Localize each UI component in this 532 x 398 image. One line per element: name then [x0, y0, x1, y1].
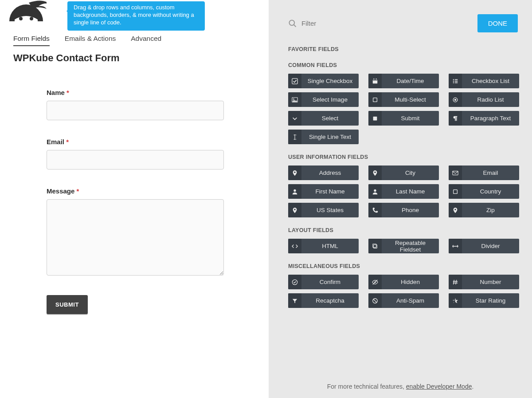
tile-date-time[interactable]: Date/Time [368, 74, 439, 88]
tile-number[interactable]: Number [449, 275, 519, 289]
tile-country[interactable]: Country [449, 184, 519, 199]
field-email[interactable]: Email * [47, 138, 224, 169]
square-icon [368, 92, 382, 107]
field-drawer: DONE FAVORITE FIELDS COMMON FIELDS Singl… [269, 0, 532, 398]
ban-icon [368, 293, 382, 308]
tile-city[interactable]: City [368, 166, 439, 180]
tile-first-name[interactable]: First Name [288, 184, 359, 199]
map-marker-icon [288, 203, 301, 217]
tab-emails-actions[interactable]: Emails & Actions [65, 35, 116, 46]
email-input[interactable] [47, 150, 224, 169]
svg-line-3 [294, 24, 296, 27]
svg-point-2 [289, 20, 295, 25]
field-name[interactable]: Name * [47, 89, 224, 120]
svg-point-19 [454, 99, 456, 100]
eye-slash-icon [368, 275, 382, 289]
map-marker-icon [288, 166, 301, 180]
name-label: Name * [47, 89, 224, 96]
image-icon [288, 92, 301, 107]
tile-anti-spam[interactable]: Anti-Spam [368, 293, 439, 308]
filter-input[interactable] [301, 20, 477, 27]
section-favorite: FAVORITE FIELDS [288, 46, 519, 52]
tile-submit[interactable]: Submit [368, 111, 439, 126]
tile-recaptcha[interactable]: Recaptcha [288, 293, 359, 308]
ninja-logo [7, 0, 47, 21]
arrows-h-icon [449, 239, 462, 253]
svg-rect-11 [453, 81, 454, 82]
tile-star-rating[interactable]: Star Rating [449, 293, 519, 308]
svg-point-16 [293, 98, 294, 99]
svg-rect-6 [373, 79, 378, 80]
tile-confirm[interactable]: Confirm [288, 275, 359, 289]
tile-paragraph-text[interactable]: Paragraph Text [449, 111, 519, 126]
svg-point-0 [19, 17, 23, 20]
tile-zip[interactable]: Zip [449, 203, 519, 217]
hashtag-icon [449, 275, 462, 289]
field-message[interactable]: Message * [47, 187, 224, 277]
list-icon [449, 74, 462, 88]
field-sections: FAVORITE FIELDS COMMON FIELDS Single Che… [288, 46, 519, 308]
svg-rect-7 [374, 78, 375, 79]
svg-rect-14 [455, 82, 458, 83]
square-icon [449, 184, 462, 199]
copy-icon [368, 239, 382, 253]
tile-divider[interactable]: Divider [449, 239, 519, 253]
builder-tabs: Form Fields Emails & Actions Advanced [13, 35, 161, 46]
done-button[interactable]: DONE [477, 14, 518, 32]
form-preview-pane: Drag & drop rows and columns, custom bac… [0, 0, 269, 398]
section-common: COMMON FIELDS [288, 62, 519, 68]
tile-radio-list[interactable]: Radio List [449, 92, 519, 107]
tab-advanced[interactable]: Advanced [131, 35, 161, 46]
submit-button[interactable]: SUBMIT [47, 295, 88, 314]
envelope-icon [449, 166, 462, 180]
form-body: Name * Email * Message * SUBMIT [47, 89, 224, 314]
tile-select[interactable]: Select [288, 111, 359, 126]
tile-checkbox-list[interactable]: Checkbox List [449, 74, 519, 88]
tile-us-states[interactable]: US States [288, 203, 359, 217]
developer-mode-link[interactable]: enable Developer Mode [406, 383, 472, 390]
section-misc: MISCELLANEOUS FIELDS [288, 263, 519, 269]
check-square-icon [288, 74, 301, 88]
svg-rect-25 [454, 189, 458, 193]
tile-single-checkbox[interactable]: Single Checkbox [288, 74, 359, 88]
chevron-down-icon [288, 111, 301, 126]
svg-rect-8 [376, 78, 377, 79]
tile-email[interactable]: Email [449, 166, 519, 180]
svg-point-24 [374, 189, 376, 191]
svg-rect-12 [455, 81, 458, 82]
tile-multi-select[interactable]: Multi-Select [368, 92, 439, 107]
svg-rect-10 [455, 79, 458, 80]
tile-select-image[interactable]: Select Image [288, 92, 359, 107]
tip-text: Drag & drop rows and columns, custom bac… [74, 4, 194, 26]
check-circle-icon [288, 275, 301, 289]
svg-point-23 [293, 189, 296, 191]
name-input[interactable] [47, 101, 224, 120]
svg-rect-20 [373, 116, 377, 120]
star-half-icon [449, 293, 462, 308]
tile-address[interactable]: Address [288, 166, 359, 180]
tile-hidden[interactable]: Hidden [368, 275, 439, 289]
svg-rect-22 [453, 171, 458, 175]
tile-phone[interactable]: Phone [368, 203, 439, 217]
square-solid-icon [368, 111, 382, 126]
user-icon [288, 184, 301, 199]
section-user-info: USER INFORMATION FIELDS [288, 154, 519, 160]
svg-rect-17 [373, 98, 377, 102]
section-layout: LAYOUT FIELDS [288, 227, 519, 233]
user-icon [368, 184, 382, 199]
form-title: WPKube Contact Form [13, 52, 120, 64]
tile-repeatable-fieldset[interactable]: Repeatable Fieldset [368, 239, 439, 253]
svg-point-1 [30, 17, 33, 20]
svg-line-32 [373, 299, 377, 303]
radio-icon [449, 92, 462, 107]
tile-html[interactable]: HTML [288, 239, 359, 253]
map-marker-icon [368, 166, 382, 180]
tile-single-line-text[interactable]: Single Line Text [288, 130, 359, 144]
tile-last-name[interactable]: Last Name [368, 184, 439, 199]
svg-rect-13 [453, 82, 454, 83]
tab-form-fields[interactable]: Form Fields [13, 35, 50, 46]
drawer-header: DONE [288, 14, 518, 32]
message-textarea[interactable] [47, 199, 224, 276]
message-label: Message * [47, 187, 224, 195]
search-icon [288, 19, 297, 28]
